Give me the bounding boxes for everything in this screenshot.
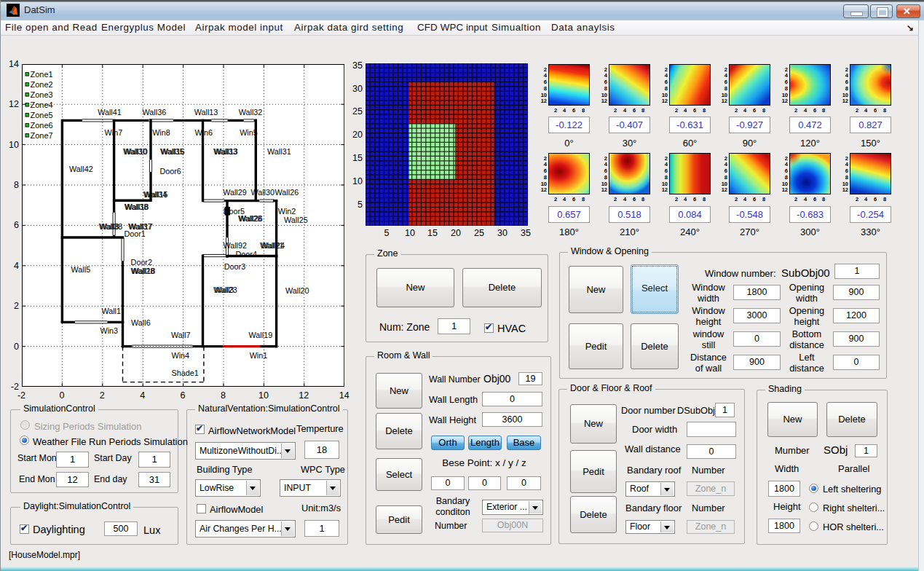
svg-text:Door2: Door2 <box>130 258 151 267</box>
svg-text:Wall30: Wall30 <box>250 188 275 197</box>
svg-text:Zone7: Zone7 <box>30 131 52 140</box>
svg-text:Wall15: Wall15 <box>143 190 167 199</box>
svg-text:Wall7: Wall7 <box>170 331 190 339</box>
svg-text:Wall41: Wall41 <box>98 108 122 117</box>
svg-text:Win5: Win5 <box>240 128 258 137</box>
svg-text:Win7: Win7 <box>104 128 122 137</box>
svg-text:Wall29: Wall29 <box>223 188 247 197</box>
svg-text:Wall6: Wall6 <box>131 318 151 327</box>
svg-text:Wall20: Wall20 <box>285 286 309 295</box>
svg-text:Win1: Win1 <box>249 351 267 360</box>
svg-text:Wall13: Wall13 <box>214 147 238 156</box>
svg-text:Zone6: Zone6 <box>30 121 52 130</box>
svg-text:Wall16: Wall16 <box>161 147 185 156</box>
svg-text:Wall32: Wall32 <box>238 108 262 117</box>
svg-text:Wall8: Wall8 <box>99 222 119 231</box>
svg-text:Wall3: Wall3 <box>214 286 234 294</box>
svg-text:Wall21: Wall21 <box>259 241 283 250</box>
svg-text:Door1: Door1 <box>124 229 145 238</box>
svg-text:Wall19: Wall19 <box>248 331 272 339</box>
svg-text:Wall36: Wall36 <box>142 108 166 117</box>
svg-text:Wall1: Wall1 <box>101 307 121 315</box>
svg-text:Win2: Win2 <box>277 207 296 216</box>
svg-text:Wall18: Wall18 <box>131 267 155 275</box>
svg-text:Wall26: Wall26 <box>239 214 263 223</box>
svg-text:Win8: Win8 <box>152 128 170 137</box>
svg-text:Wall10: Wall10 <box>124 147 148 156</box>
svg-text:Door4: Door4 <box>235 250 256 259</box>
svg-text:Wall92: Wall92 <box>223 241 247 250</box>
svg-text:Zone1: Zone1 <box>30 70 52 79</box>
svg-text:Win3: Win3 <box>100 326 118 335</box>
svg-text:Wall5: Wall5 <box>71 265 90 274</box>
svg-text:Win4: Win4 <box>171 351 189 360</box>
svg-text:Wall13: Wall13 <box>194 108 218 117</box>
svg-text:Zone2: Zone2 <box>30 80 52 89</box>
svg-text:Wall25: Wall25 <box>284 216 308 224</box>
svg-text:Wall18: Wall18 <box>125 202 149 211</box>
svg-text:Zone3: Zone3 <box>30 90 52 99</box>
svg-text:Door3: Door3 <box>224 262 245 271</box>
svg-text:Shade1: Shade1 <box>171 369 198 377</box>
svg-text:Win6: Win6 <box>194 128 213 137</box>
svg-text:Zone5: Zone5 <box>30 111 52 119</box>
svg-text:Zone4: Zone4 <box>30 101 52 109</box>
svg-text:Door6: Door6 <box>159 167 181 176</box>
svg-text:Wall42: Wall42 <box>69 165 93 173</box>
svg-text:Wall31: Wall31 <box>267 147 291 156</box>
svg-text:Wall26: Wall26 <box>275 188 299 197</box>
